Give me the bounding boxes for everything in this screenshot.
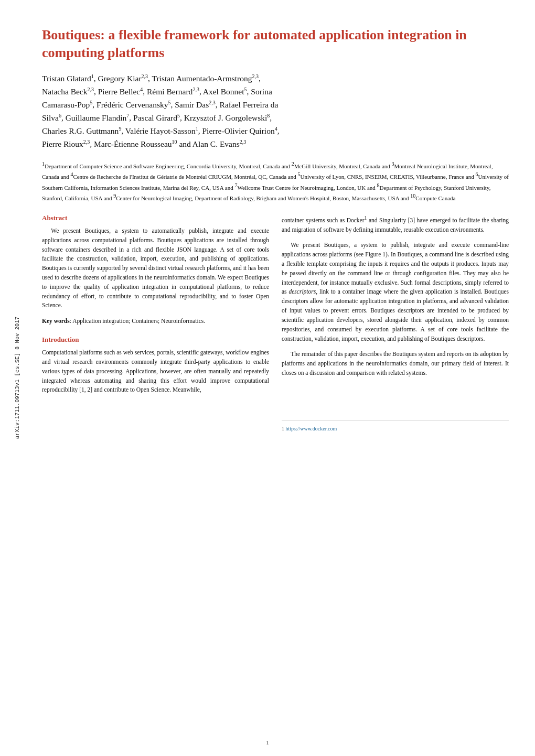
author-silva: Silva6, Guillaume Flandin7, Pascal Girar… bbox=[42, 113, 272, 122]
affiliations-block: 1Department of Computer Science and Soft… bbox=[42, 160, 509, 202]
column-left: Abstract We present Boutiques, a system … bbox=[42, 214, 269, 431]
intro-heading: Introduction bbox=[42, 336, 269, 344]
author-guttmann: Charles R.G. Guttmann9, Valérie Hayot-Sa… bbox=[42, 126, 280, 135]
footnote-text: 1 https://www.docker.com bbox=[282, 426, 509, 431]
keywords-label: Key words bbox=[42, 318, 70, 324]
right-para2: We present Boutiques, a system to publis… bbox=[282, 241, 509, 343]
paper-title: Boutiques: a flexible framework for auto… bbox=[42, 26, 509, 62]
abstract-text: We present Boutiques, a system to automa… bbox=[42, 226, 269, 310]
arxiv-id: arXiv:1711.09713v1 [cs.SE] 8 Nov 2017 bbox=[14, 317, 20, 439]
two-columns: Abstract We present Boutiques, a system … bbox=[42, 214, 509, 431]
authors-block: Tristan Glatard1, Gregory Kiar2,3, Trist… bbox=[42, 72, 509, 151]
footnote-divider bbox=[282, 420, 509, 420]
page-container: arXiv:1711.09713v1 [cs.SE] 8 Nov 2017 Bo… bbox=[0, 0, 535, 756]
right-para1: container systems such as Docker1 and Si… bbox=[282, 214, 509, 234]
author-glatard: Tristan Glatard1, Gregory Kiar2,3, Trist… bbox=[42, 74, 261, 83]
right-para3: The remainder of this paper describes th… bbox=[282, 350, 509, 377]
keywords-block: Key words: Application integration; Cont… bbox=[42, 317, 269, 326]
sidebar-text-container: arXiv:1711.09713v1 [cs.SE] 8 Nov 2017 bbox=[4, 0, 30, 756]
page-number: 1 bbox=[266, 739, 269, 746]
author-rioux: Pierre Rioux2,3, Marc-Étienne Rousseau10… bbox=[42, 139, 246, 148]
abstract-heading: Abstract bbox=[42, 214, 269, 222]
footnote-link[interactable]: https://www.docker.com bbox=[286, 426, 337, 431]
column-right: container systems such as Docker1 and Si… bbox=[282, 214, 509, 431]
intro-text: Computational platforms such as web serv… bbox=[42, 348, 269, 395]
footnote-area: 1 https://www.docker.com bbox=[282, 420, 509, 431]
author-camarasu: Camarasu-Pop5, Frédéric Cervenansky5, Sa… bbox=[42, 100, 278, 109]
author-beck: Natacha Beck2,3, Pierre Bellec4, Rémi Be… bbox=[42, 87, 272, 96]
sidebar: arXiv:1711.09713v1 [cs.SE] 8 Nov 2017 bbox=[0, 0, 31, 756]
main-content: Boutiques: a flexible framework for auto… bbox=[31, 0, 535, 756]
